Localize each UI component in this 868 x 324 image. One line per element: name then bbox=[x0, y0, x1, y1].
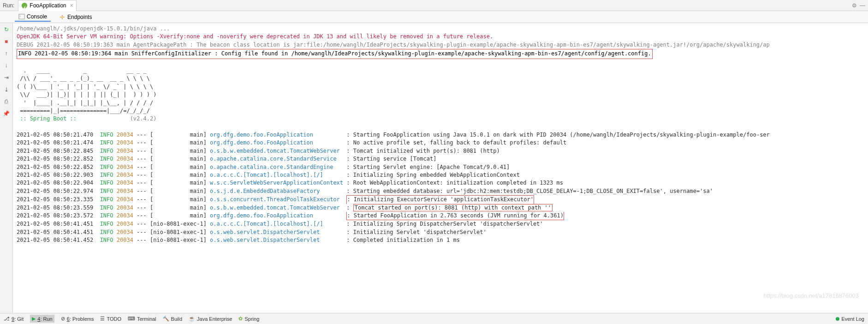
log-line: 2021-02-05 08:50:22.852 INFO 20034 --- [… bbox=[17, 163, 864, 171]
hide-icon[interactable]: — bbox=[860, 2, 865, 9]
spring-leaf-icon bbox=[21, 2, 28, 9]
scroll-end-button[interactable]: ⤓ bbox=[2, 85, 11, 94]
down-button[interactable]: ↓ bbox=[2, 61, 11, 70]
tab-endpoints-label: Endpoints bbox=[67, 14, 92, 20]
tab-console[interactable]: Console bbox=[15, 12, 51, 22]
console-icon bbox=[18, 13, 25, 20]
debug-line: DEBUG 2021-02-05 08:50:19:363 main Agent… bbox=[17, 41, 864, 49]
watermark-text: https://blog.csdn.net/a17816876003 bbox=[763, 292, 859, 299]
warn-line: OpenJDK 64-Bit Server VM warning: Option… bbox=[17, 33, 864, 41]
tab-console-label: Console bbox=[27, 13, 47, 20]
log-line: 2021-02-05 08:50:22.845 INFO 20034 --- [… bbox=[17, 147, 864, 155]
ascii-art-line: ' |____| .__|_| |_|_| |_\__, | / / / / bbox=[17, 99, 864, 107]
console-output: /home/wanglh/.jdks/openjdk-15.0.1/bin/ja… bbox=[13, 23, 868, 246]
run-config-tab[interactable]: FooApplication × bbox=[18, 0, 76, 11]
svg-rect-0 bbox=[19, 14, 24, 19]
log-line: 2021-02-05 08:50:22.903 INFO 20034 --- [… bbox=[17, 171, 864, 179]
log-line: 2021-02-05 08:50:41.452 INFO 20034 --- [… bbox=[17, 236, 864, 244]
log-line: 2021-02-05 08:50:22.904 INFO 20034 --- [… bbox=[17, 179, 864, 187]
run-label: Run: bbox=[3, 2, 14, 9]
stop-button[interactable]: ■ bbox=[2, 37, 11, 46]
ascii-art-line: . ____ _ __ _ _ bbox=[17, 67, 864, 75]
log-line: 2021-02-05 08:50:22.974 INFO 20034 --- [… bbox=[17, 187, 864, 195]
log-line: 2021-02-05 08:50:41.451 INFO 20034 --- [… bbox=[17, 228, 864, 236]
console-gutter: ↻ ■ ↑ ↓ ⇥ ⤓ ⎙ 📌 bbox=[0, 23, 13, 313]
log-line: 2021-02-05 08:50:22.852 INFO 20034 --- [… bbox=[17, 155, 864, 163]
close-icon[interactable]: × bbox=[70, 2, 73, 9]
log-line: 2021-02-05 08:50:21.474 INFO 20034 --- [… bbox=[17, 139, 864, 147]
tab-endpoints[interactable]: Endpoints bbox=[55, 13, 95, 21]
log-line: 2021-02-05 08:50:23.572 INFO 20034 --- [… bbox=[17, 212, 864, 220]
gear-icon[interactable]: ⚙ bbox=[852, 2, 857, 9]
log-line: 2021-02-05 08:50:23.335 INFO 20034 --- [… bbox=[17, 195, 864, 204]
tab-title: FooApplication bbox=[30, 2, 66, 9]
pin-button[interactable]: 📌 bbox=[2, 109, 11, 118]
run-toolwindow-header: Run: FooApplication × ⚙ — bbox=[0, 0, 868, 11]
cmd-line: /home/wanglh/.jdks/openjdk-15.0.1/bin/ja… bbox=[17, 25, 864, 33]
console-tabs: Console Endpoints bbox=[0, 11, 868, 23]
endpoints-icon bbox=[59, 14, 65, 20]
info-highlight-line: INFO 2021-02-05 08:50:19:364 main Sniffe… bbox=[17, 49, 864, 59]
rerun-button[interactable]: ↻ bbox=[2, 25, 11, 34]
ascii-art-line: ( ( )\___ | '_ | '_| | '_ \/ _` | \ \ \ … bbox=[17, 83, 864, 91]
soft-wrap-button[interactable]: ⇥ bbox=[2, 73, 11, 82]
ascii-art-line: /\\ / ___'_ __ _ _(_)_ __ __ _ \ \ \ \ bbox=[17, 75, 864, 83]
console-scroll[interactable]: /home/wanglh/.jdks/openjdk-15.0.1/bin/ja… bbox=[13, 23, 868, 313]
up-button[interactable]: ↑ bbox=[2, 49, 11, 58]
spring-boot-line: :: Spring Boot :: (v2.4.2) bbox=[17, 115, 864, 123]
print-button[interactable]: ⎙ bbox=[2, 97, 11, 106]
log-line: 2021-02-05 08:50:23.559 INFO 20034 --- [… bbox=[17, 204, 864, 212]
ascii-art-line: =========|_|==============|___/=/_/_/_/ bbox=[17, 107, 864, 115]
log-line: 2021-02-05 08:50:21.470 INFO 20034 --- [… bbox=[17, 131, 864, 139]
log-line: 2021-02-05 08:50:41.451 INFO 20034 --- [… bbox=[17, 220, 864, 228]
ascii-art-line: \\/ ___)| |_)| | | | | || (_| | ) ) ) ) bbox=[17, 91, 864, 99]
